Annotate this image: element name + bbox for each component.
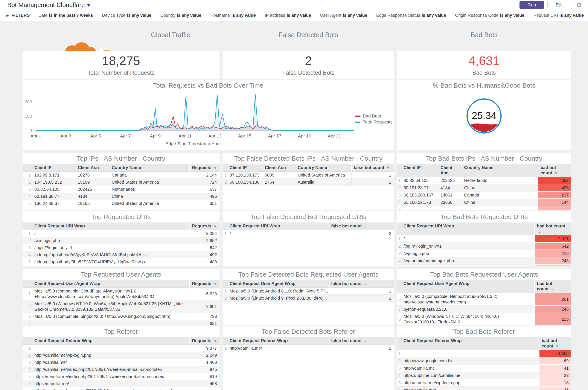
filter-item-hostname[interactable]: Hostnameis any value (210, 13, 256, 18)
column-header-requests[interactable]: Requests ∨ (190, 223, 219, 230)
column-header-bad-bot-count[interactable]: bad botcount ∨ (535, 280, 571, 293)
kpi-total-requests-label: Total Number of Requests (87, 70, 154, 76)
filter-value: is any value (422, 13, 446, 18)
dimension-cell: 60.191.38.77 (32, 193, 76, 200)
tile-top-false-ips: Top False Detected Bots IPs - AS Number … (223, 153, 394, 210)
table-title: Top False Detected Bots IPs - AS Number … (223, 153, 394, 164)
column-header-requests[interactable]: Requests ∨ (190, 337, 219, 345)
column-header-client-request-user-agent-wrap[interactable]: Client Request User Agent Wrap (401, 280, 535, 293)
dimension-cell: http://camilia.me/index.php/2017/06/17/w… (32, 366, 190, 373)
column-header-false-bot-count[interactable]: false bot count ∨ (329, 337, 394, 345)
dimension-cell: Canada (109, 172, 190, 179)
measure-cell: 416 (535, 250, 571, 257)
row-number: 4 (23, 366, 32, 373)
filter-item-origin-response-code[interactable]: Origin Response Codeis any value (455, 13, 524, 18)
dimension-cell: https://camilia.me/ (32, 380, 190, 387)
run-button[interactable]: Run (520, 1, 544, 9)
filter-item-request-uri[interactable]: Request URIis any value (534, 13, 584, 18)
kpi-bad-bots-label: Bad Bots (472, 70, 496, 76)
top-false-uris-grid: Client Request URI Wrapfalse bot count ∨… (223, 223, 394, 237)
measure-cell: 1 (329, 288, 394, 295)
column-header-client-ip[interactable]: Client IP (401, 164, 438, 177)
filter-item-device-type[interactable]: Device Typeis any value (102, 13, 151, 18)
svg-text:0: 0 (30, 128, 32, 133)
column-header-country-name[interactable]: Country Name (462, 164, 538, 177)
dimension-cell: 192.99.8.171 (32, 172, 76, 179)
column-header-false-bot-count[interactable]: false bot count ∨ (329, 223, 394, 230)
measure-cell: 1,408 (190, 359, 219, 366)
column-header-false-bot-count[interactable]: false bot count ∨ (351, 164, 394, 172)
row-number: 1 (397, 350, 401, 357)
svg-text:Apr 11: Apr 11 (179, 133, 192, 138)
column-header-bad-bot-count[interactable]: bad bot count ∨ (535, 223, 571, 235)
dimension-cell: /xmlrpc.php (401, 264, 535, 266)
column-header-client-request-uri-wrap[interactable]: Client Request URI Wrap (32, 223, 190, 230)
table-row: 2http://camilia.me/wp-login.php2,249 (23, 352, 219, 359)
column-header-client-asn[interactable]: Client Asn (438, 164, 462, 177)
filter-item-user-agent[interactable]: User Agentis any value (320, 13, 367, 18)
column-header-country-name[interactable]: Country Name (295, 164, 351, 172)
measure-cell: 2,652 (190, 237, 219, 244)
row-number: 4 (397, 372, 401, 379)
edit-button[interactable]: Edit (547, 1, 572, 9)
dimension-cell: Canada (462, 191, 538, 199)
table-row: 5https://camilia.me/index.php/2017/06/17… (23, 373, 219, 380)
table-row: 1/2,031 (397, 235, 571, 243)
measure-cell: 284 (190, 387, 219, 390)
row-number: 1 (23, 345, 32, 352)
tile-top-false-referer: Top False Detected Bots Referer Client R… (223, 326, 394, 390)
filter-item-ip-address[interactable]: IP addressis any value (265, 13, 311, 18)
column-header-client-request-user-agent-wrap[interactable]: Client Request User Agent Wrap (32, 280, 190, 288)
gear-icon[interactable]: ⚙ (576, 1, 582, 9)
filters-toggle[interactable]: ▶ FILTERS (6, 13, 30, 18)
filter-item-country[interactable]: Countryis any value (160, 13, 201, 18)
column-header-country-name[interactable]: Country Name (109, 164, 190, 172)
table-row: 1Mozilla/5.0 (compatible; CloudFlare-Alw… (23, 288, 219, 300)
column-header-bad-bot-count[interactable]: bad botcount ∨ (539, 337, 571, 350)
measure-cell: 2,249 (190, 352, 219, 359)
table-row: 7python-requests/2.21.0245 (397, 306, 571, 313)
measure-cell: 23 (539, 372, 571, 379)
dimension-cell: http://camilia.me/ (401, 386, 539, 390)
table-row: 1Mozilla/5.0 (Linux; Android 8.1.0; Redm… (223, 288, 394, 295)
kpi-card-total-requests: 18,275 Total Number of Requests (23, 51, 219, 79)
column-header-client-request-referer-wrap[interactable]: Client Request Referer Wrap (401, 337, 539, 350)
dimension-cell: China (462, 199, 538, 206)
column-header-bad-bot-count[interactable]: bad botcount ∨ (538, 164, 571, 177)
column-header-client-request-referer-wrap[interactable]: Client Request Referer Wrap (32, 337, 190, 345)
filter-item-date[interactable]: Dateis in the past 7 weeks (39, 13, 93, 18)
dimension-cell: Mozilla/5.0 (Windows NT 10.0; Win64; x64… (32, 300, 190, 313)
column-header-client-asn[interactable]: Client Asn (76, 164, 109, 172)
dimension-cell: China (462, 184, 538, 191)
table-title: Top False Detected Bots Requested User A… (223, 269, 394, 280)
table-row: 368.183.200.16714061Canada237 (397, 191, 571, 199)
svg-text:Apr 9: Apr 9 (150, 133, 161, 138)
column-header-client-request-uri-wrap[interactable]: Client Request URI Wrap (227, 223, 329, 230)
table-row: 7http://camilia.me/index.php/2017/05/14/… (23, 387, 219, 390)
measure-cell: 144 (538, 199, 571, 206)
table-row: 461.160.221.7323650China144 (397, 199, 571, 206)
column-header-requests[interactable]: Requests ∨ (190, 280, 219, 288)
column-header-requests[interactable]: Requests ∨ (190, 164, 219, 172)
column-header-client-asn[interactable]: Client Asn (263, 164, 295, 172)
measure-cell: 642 (535, 243, 571, 250)
column-header-client-request-referer-wrap[interactable]: Client Request Referer Wrap (227, 337, 329, 345)
column-header-client-ip[interactable]: Client IP (32, 164, 76, 172)
filter-item-edge-response-status[interactable]: Edge Response Statusis any value (376, 13, 446, 18)
kpi-card-false-detected-bots: 2 False Detected Bots (223, 51, 394, 79)
row-number-header (397, 223, 401, 235)
row-number: 1 (23, 288, 32, 300)
column-header-client-request-uri-wrap[interactable]: Client Request URI Wrap (401, 223, 535, 235)
table-title: Top Bad Bots Requested User Agents (397, 269, 571, 280)
table-row: 14,359 (397, 350, 571, 357)
measure-cell: 6,628 (190, 288, 219, 300)
dimension-cell: Mozilla/5.0 (compatible; CloudFlare-Alwa… (32, 288, 190, 300)
filter-name: Device Type (102, 13, 126, 18)
dimension-cell: http://camilia.me (401, 364, 539, 372)
column-header-client-request-user-agent-wrap[interactable]: Client Request User Agent Wrap (227, 280, 329, 288)
column-header-false-bot-count[interactable]: false bot count ∨ (329, 280, 394, 288)
section-title-global-traffic: Global Traffic (121, 21, 219, 49)
column-header-client-ip[interactable]: Client IP (227, 164, 263, 172)
row-number: 1 (223, 172, 227, 179)
row-number: 2 (23, 179, 32, 186)
